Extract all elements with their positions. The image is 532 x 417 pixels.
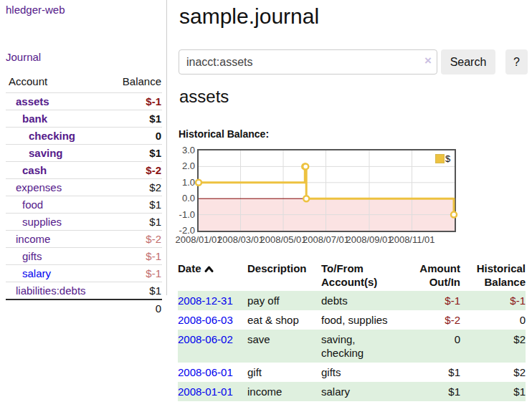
register-header-row: Date Description To/From Account(s) Amou…: [178, 260, 526, 291]
x-tick-label: 2008/05/01: [260, 234, 306, 245]
account-balance: $-2: [108, 231, 162, 248]
chart-plot[interactable]: [199, 150, 455, 231]
account-name-cell: supplies: [6, 214, 108, 231]
account-balance: $1: [108, 282, 162, 300]
transaction-amount: $1: [402, 363, 460, 382]
sidebar-account-cash[interactable]: cash: [22, 164, 47, 176]
account-name-cell: gifts: [6, 248, 108, 265]
sidebar-divider: [166, 0, 167, 295]
transaction-date-link[interactable]: 2008-06-02: [178, 333, 233, 345]
sidebar-account-bank[interactable]: bank: [22, 112, 47, 125]
account-balance: 0: [108, 128, 162, 145]
accounts-table-header: Account Balance: [6, 72, 162, 93]
y-tick-label: -1.0: [176, 209, 195, 221]
sidebar-account-row: income$-2: [6, 231, 162, 248]
y-tick-label: 3.0: [176, 145, 195, 156]
register-header-accounts: To/From Account(s): [321, 260, 402, 291]
sidebar-account-liabilities-debts[interactable]: liabilities:debts: [16, 284, 86, 297]
register-row: 2008-06-03eat & shopfood, supplies$-20: [178, 310, 526, 330]
account-balance: $-2: [108, 162, 162, 179]
sidebar-account-supplies[interactable]: supplies: [22, 216, 62, 228]
account-balance: $1: [108, 196, 162, 214]
transaction-date-link[interactable]: 2008-06-03: [178, 314, 233, 326]
transaction-date-cell: 2008-12-31: [178, 291, 247, 310]
transaction-description: gift: [247, 363, 321, 382]
accounts-total-value: 0: [108, 299, 162, 317]
account-balance: $2: [108, 179, 162, 196]
chart-title: Historical Balance:: [179, 128, 269, 140]
transaction-accounts: debts: [321, 291, 402, 310]
x-tick-label: 2008/09/01: [346, 234, 392, 245]
transaction-accounts: food, supplies: [321, 310, 402, 330]
register-row: 2008-06-01giftgifts$1$2: [178, 363, 526, 382]
transaction-description: eat & shop: [247, 310, 321, 330]
transaction-date-cell: 2008-06-02: [178, 330, 247, 363]
transaction-description: save: [247, 330, 321, 363]
x-tick-label: 2008/03/01: [217, 234, 264, 245]
accounts-header-balance: Balance: [108, 72, 162, 93]
transaction-accounts: gifts: [321, 363, 402, 382]
transaction-description: pay off: [247, 291, 321, 310]
clear-search-icon[interactable]: ×: [424, 54, 432, 67]
account-name-cell: bank: [6, 110, 108, 128]
transaction-date-link[interactable]: 2008-06-01: [178, 366, 233, 378]
sidebar-account-income[interactable]: income: [16, 233, 50, 245]
account-heading: assets: [179, 87, 229, 107]
sort-asc-icon: [204, 265, 214, 273]
sidebar-account-row: gifts$-1: [6, 248, 162, 265]
sidebar-account-food[interactable]: food: [22, 198, 43, 211]
account-balance: $-1: [108, 93, 162, 110]
sidebar-item-journal[interactable]: Journal: [6, 51, 41, 63]
account-name-cell: income: [6, 231, 108, 248]
account-name-cell: saving: [6, 145, 108, 162]
account-name-cell: expenses: [6, 179, 108, 196]
sidebar-account-row: food$1: [6, 196, 162, 214]
brand-link[interactable]: hledger-web: [6, 4, 65, 16]
sidebar-account-row: bank$1: [6, 110, 162, 128]
sidebar-account-gifts[interactable]: gifts: [22, 250, 42, 262]
transaction-date-link[interactable]: 2008-12-31: [178, 294, 233, 307]
chart-legend: $: [435, 153, 450, 164]
account-name-cell: assets: [6, 93, 108, 110]
account-name-cell: food: [6, 196, 108, 214]
sidebar-account-row: checking0: [6, 128, 162, 145]
legend-label: $: [445, 153, 450, 164]
sidebar-account-saving[interactable]: saving: [29, 147, 63, 159]
sidebar-account-row: saving$1: [6, 145, 162, 162]
search-help-button[interactable]: ?: [505, 49, 528, 75]
accounts-table: Account Balance assets$-1bank$1checking0…: [6, 72, 162, 317]
account-balance: $1: [108, 110, 162, 128]
sidebar-account-salary[interactable]: salary: [22, 267, 51, 279]
transaction-description: income: [247, 382, 321, 401]
transaction-balance: $2: [460, 363, 526, 382]
hledger-web-page: hledger-web Journal Account Balance asse…: [0, 0, 532, 417]
transaction-amount: 0: [402, 330, 460, 363]
sidebar-account-checking[interactable]: checking: [29, 130, 75, 142]
transaction-accounts: saving, checking: [321, 330, 402, 363]
transaction-amount: $-2: [402, 310, 460, 330]
page-title: sample.journal: [179, 3, 319, 30]
sidebar-account-expenses[interactable]: expenses: [16, 181, 62, 193]
register-header-description: Description: [247, 260, 321, 291]
y-tick-label: 1.0: [176, 177, 195, 188]
account-balance: $-1: [108, 248, 162, 265]
historical-balance-chart[interactable]: 3.02.01.00.0-1.0-2.0 2008/01/012008/03/0…: [176, 145, 460, 246]
date-header-label: Date: [178, 262, 201, 274]
account-balance: $1: [108, 214, 162, 231]
sidebar-account-row: assets$-1: [6, 93, 162, 110]
sidebar-account-row: liabilities:debts$1: [6, 282, 162, 300]
account-name-cell: salary: [6, 265, 108, 282]
account-balance: $1: [108, 145, 162, 162]
sidebar-account-assets[interactable]: assets: [16, 95, 49, 107]
transaction-date-cell: 2008-01-01: [178, 382, 247, 401]
transaction-balance: $1: [460, 382, 526, 401]
accounts-total-spacer: [6, 299, 108, 317]
sidebar-account-row: salary$-1: [6, 265, 162, 282]
register-header-date[interactable]: Date: [178, 260, 247, 291]
search-button[interactable]: Search: [441, 49, 495, 75]
transaction-date-link[interactable]: 2008-01-01: [178, 385, 233, 398]
search-input[interactable]: [179, 49, 437, 75]
accounts-header-account: Account: [6, 72, 108, 93]
sidebar-account-row: cash$-2: [6, 162, 162, 179]
register-row: 2008-06-02savesaving, checking0$2: [178, 330, 526, 363]
